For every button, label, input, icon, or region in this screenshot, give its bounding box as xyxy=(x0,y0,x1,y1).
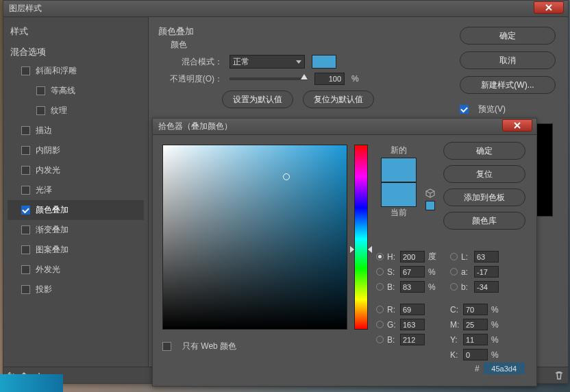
effect-checkbox[interactable] xyxy=(21,245,30,254)
layer-style-titlebar[interactable]: 图层样式 xyxy=(3,1,568,17)
s-radio[interactable] xyxy=(376,268,384,275)
slider-thumb-icon[interactable] xyxy=(301,74,308,79)
blend-mode-label: 混合模式： xyxy=(164,56,223,68)
blend-mode-select[interactable]: 正常 xyxy=(230,55,305,69)
effect-item[interactable]: 图案叠加 xyxy=(8,240,144,260)
effect-label: 描边 xyxy=(36,125,52,136)
effect-label: 渐变叠加 xyxy=(36,224,69,236)
effect-label: 外发光 xyxy=(36,264,60,275)
hue-slider[interactable] xyxy=(354,145,368,330)
effect-label: 纹理 xyxy=(51,105,67,117)
color-cursor-icon[interactable] xyxy=(283,173,290,180)
effect-label: 图案叠加 xyxy=(36,244,69,256)
websafe-swatch[interactable] xyxy=(425,201,435,210)
chevron-down-icon xyxy=(296,60,301,64)
effect-checkbox[interactable] xyxy=(21,166,30,175)
picker-reset-button[interactable]: 复位 xyxy=(443,165,525,183)
hex-input[interactable] xyxy=(484,363,525,374)
effect-item[interactable]: 内发光 xyxy=(8,160,144,180)
taskbar[interactable] xyxy=(0,374,63,392)
effect-checkbox[interactable] xyxy=(21,126,30,135)
y-input[interactable] xyxy=(463,334,488,345)
ok-button[interactable]: 确定 xyxy=(460,27,556,45)
c-input[interactable] xyxy=(463,304,488,315)
effect-item[interactable]: 描边 xyxy=(8,121,144,140)
l-radio[interactable] xyxy=(450,253,458,260)
effect-item[interactable]: 斜面和浮雕 xyxy=(8,61,144,81)
effect-checkbox[interactable] xyxy=(21,146,30,155)
cube-icon[interactable] xyxy=(425,188,435,198)
a-input[interactable] xyxy=(474,266,499,278)
new-color-swatch[interactable] xyxy=(381,158,417,182)
lab-b-input[interactable] xyxy=(474,281,499,293)
effect-item[interactable]: 投影 xyxy=(8,280,144,299)
picker-ok-button[interactable]: 确定 xyxy=(443,142,525,160)
opacity-slider[interactable] xyxy=(230,77,308,80)
effect-item[interactable]: 外发光 xyxy=(8,260,144,280)
r-radio[interactable] xyxy=(376,306,384,313)
close-icon[interactable] xyxy=(534,1,564,14)
trash-icon[interactable] xyxy=(554,371,564,380)
close-icon[interactable] xyxy=(502,119,532,132)
make-default-button[interactable]: 设置为默认值 xyxy=(222,90,293,108)
effect-item[interactable]: 渐变叠加 xyxy=(8,220,144,240)
effect-checkbox[interactable] xyxy=(21,186,30,195)
hue-caret-icon[interactable] xyxy=(350,246,354,253)
effect-label: 等高线 xyxy=(51,85,75,97)
effect-item[interactable]: 光泽 xyxy=(8,180,144,200)
effect-label: 光泽 xyxy=(36,184,52,196)
overlay-color-swatch[interactable] xyxy=(312,55,336,69)
layer-style-title: 图层样式 xyxy=(9,3,42,14)
preview-label: 预览(V) xyxy=(478,103,506,115)
lab-b-radio[interactable] xyxy=(450,283,458,291)
effect-item[interactable]: 纹理 xyxy=(8,101,144,121)
styles-header[interactable]: 样式 xyxy=(8,20,144,40)
color-picker-title: 拾色器（叠加颜色） xyxy=(158,121,232,132)
effect-item[interactable]: 颜色叠加 xyxy=(8,200,144,220)
effect-checkbox[interactable] xyxy=(21,206,30,215)
g-radio[interactable] xyxy=(376,321,384,328)
effect-item[interactable]: 等高线 xyxy=(8,81,144,101)
current-color-label: 当前 xyxy=(376,207,421,219)
effect-label: 内阴影 xyxy=(36,145,60,156)
g-input[interactable] xyxy=(400,319,425,330)
m-input[interactable] xyxy=(463,319,488,330)
preview-checkbox[interactable] xyxy=(460,105,469,114)
rgb-b-radio[interactable] xyxy=(376,336,384,343)
r-input[interactable] xyxy=(400,304,425,315)
b-radio[interactable] xyxy=(376,283,384,291)
s-input[interactable] xyxy=(400,266,425,278)
h-radio[interactable] xyxy=(376,253,384,260)
current-color-swatch[interactable] xyxy=(381,182,417,207)
effect-item[interactable]: 内阴影 xyxy=(8,140,144,160)
effect-checkbox[interactable] xyxy=(21,66,30,75)
opacity-input[interactable] xyxy=(314,73,345,85)
color-library-button[interactable]: 颜色库 xyxy=(443,212,525,230)
panel-subtitle: 颜色 xyxy=(171,39,439,51)
opacity-unit: % xyxy=(351,74,361,84)
a-radio[interactable] xyxy=(450,268,458,275)
hue-caret-icon[interactable] xyxy=(368,246,372,253)
effect-checkbox[interactable] xyxy=(36,86,45,95)
h-input[interactable] xyxy=(400,251,425,262)
rgb-b-input[interactable] xyxy=(400,334,425,345)
saturation-value-field[interactable] xyxy=(162,145,347,330)
k-input[interactable] xyxy=(463,349,488,360)
web-colors-checkbox[interactable] xyxy=(162,342,171,351)
new-style-button[interactable]: 新建样式(W)... xyxy=(460,76,556,94)
effect-checkbox[interactable] xyxy=(21,265,30,274)
color-values: H:度 S:% B:% L: a: b: R: G: B: C:% xyxy=(376,247,523,364)
reset-default-button[interactable]: 复位为默认值 xyxy=(303,90,374,108)
l-input[interactable] xyxy=(474,251,499,262)
effects-list: 样式 混合选项 斜面和浮雕等高线纹理描边内阴影内发光光泽颜色叠加渐变叠加图案叠加… xyxy=(3,17,149,383)
cancel-button[interactable]: 取消 xyxy=(460,51,556,69)
effect-checkbox[interactable] xyxy=(36,106,45,115)
effect-checkbox[interactable] xyxy=(21,225,30,234)
color-picker-titlebar[interactable]: 拾色器（叠加颜色） xyxy=(153,119,536,135)
bv-input[interactable] xyxy=(400,281,425,293)
effect-checkbox[interactable] xyxy=(21,285,30,294)
effect-label: 投影 xyxy=(36,284,52,295)
effect-label: 斜面和浮雕 xyxy=(36,65,77,77)
add-swatch-button[interactable]: 添加到色板 xyxy=(443,188,525,206)
blend-options-header[interactable]: 混合选项 xyxy=(8,40,144,61)
